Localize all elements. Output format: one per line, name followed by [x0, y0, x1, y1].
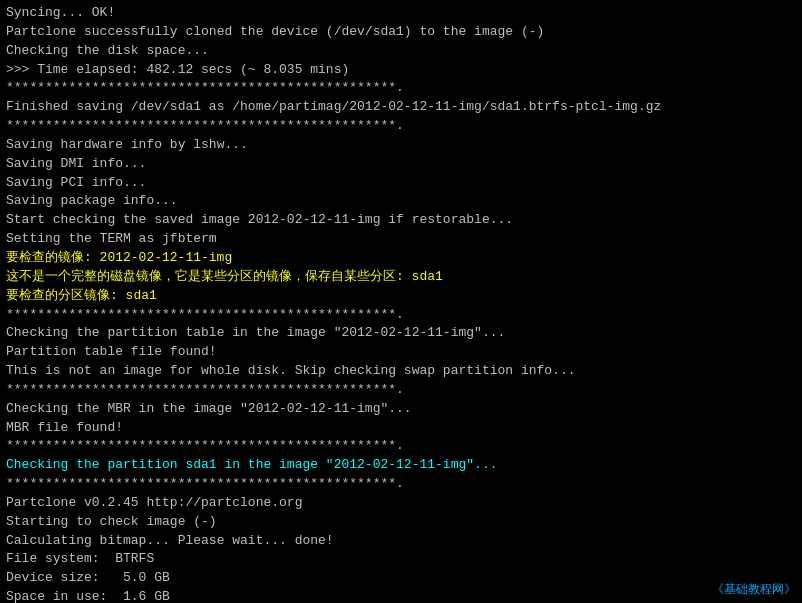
terminal-line: >>> Time elapsed: 482.12 secs (~ 8.035 m…: [6, 61, 796, 80]
terminal-line: Starting to check image (-): [6, 513, 796, 532]
terminal-line: Finished saving /dev/sda1 as /home/parti…: [6, 98, 796, 117]
terminal-line: Saving DMI info...: [6, 155, 796, 174]
terminal-line: Space in use: 1.6 GB: [6, 588, 796, 603]
terminal-line: ****************************************…: [6, 437, 796, 456]
terminal-line: Syncing... OK!: [6, 4, 796, 23]
terminal-line: Partition table file found!: [6, 343, 796, 362]
terminal-line: Checking the MBR in the image "2012-02-1…: [6, 400, 796, 419]
terminal-line: 这不是一个完整的磁盘镜像，它是某些分区的镜像，保存自某些分区: sda1: [6, 268, 796, 287]
terminal-line: ****************************************…: [6, 475, 796, 494]
terminal-output: Syncing... OK!Partclone successfully clo…: [6, 4, 796, 603]
terminal-line: Checking the disk space...: [6, 42, 796, 61]
terminal-line: Device size: 5.0 GB: [6, 569, 796, 588]
terminal-line: Partclone v0.2.45 http://partclone.org: [6, 494, 796, 513]
terminal-line: Saving PCI info...: [6, 174, 796, 193]
terminal-line: Calculating bitmap... Please wait... don…: [6, 532, 796, 551]
terminal-line: 要检查的分区镜像: sda1: [6, 287, 796, 306]
terminal-line: File system: BTRFS: [6, 550, 796, 569]
terminal-line: ****************************************…: [6, 306, 796, 325]
terminal-line: Start checking the saved image 2012-02-1…: [6, 211, 796, 230]
terminal-line: This is not an image for whole disk. Ski…: [6, 362, 796, 381]
terminal-line: Saving hardware info by lshw...: [6, 136, 796, 155]
terminal-window: Syncing... OK!Partclone successfully clo…: [0, 0, 802, 603]
terminal-line: 要检查的镜像: 2012-02-12-11-img: [6, 249, 796, 268]
terminal-line: Setting the TERM as jfbterm: [6, 230, 796, 249]
terminal-line: Checking the partition table in the imag…: [6, 324, 796, 343]
terminal-line: Saving package info...: [6, 192, 796, 211]
terminal-line: ****************************************…: [6, 79, 796, 98]
terminal-line: Checking the partition sda1 in the image…: [6, 456, 796, 475]
terminal-line: MBR file found!: [6, 419, 796, 438]
terminal-line: ****************************************…: [6, 381, 796, 400]
terminal-line: ****************************************…: [6, 117, 796, 136]
watermark: 《基础教程网》: [712, 582, 796, 599]
terminal-line: Partclone successfully cloned the device…: [6, 23, 796, 42]
